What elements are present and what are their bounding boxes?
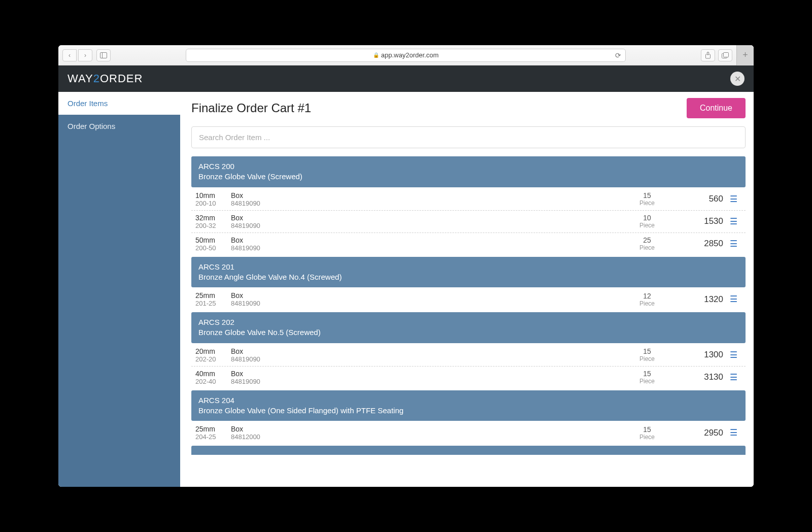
row-info: 25mm201-25Box84819090	[193, 291, 627, 307]
menu-icon: ☰	[730, 194, 737, 204]
item-size: 50mm	[195, 236, 226, 244]
table-row[interactable]: 25mm204-25Box8481200015Piece2950☰	[191, 422, 746, 444]
row-menu-button[interactable]: ☰	[723, 239, 743, 249]
close-button[interactable]: ✕	[730, 72, 745, 86]
menu-icon: ☰	[730, 294, 737, 304]
item-qty: 10Piece	[627, 214, 667, 229]
group-code: ARCS 201	[198, 262, 738, 272]
item-size: 25mm	[195, 425, 226, 433]
row-menu-button[interactable]: ☰	[723, 372, 743, 383]
sidebar-item-order-items[interactable]: Order Items	[58, 92, 180, 115]
menu-icon: ☰	[730, 373, 737, 382]
qty-unit: Piece	[627, 355, 667, 362]
item-sku: 202-20	[195, 355, 226, 363]
group-header: ARCS 201Bronze Angle Globe Valve No.4 (S…	[191, 257, 746, 288]
item-sku: 200-32	[195, 222, 226, 229]
item-hs: 84819090	[231, 200, 287, 207]
row-info: 25mm204-25Box84812000	[193, 425, 627, 441]
item-hs: 84819090	[231, 300, 287, 307]
tabs-button[interactable]	[718, 49, 732, 61]
qty-unit: Piece	[627, 300, 667, 307]
product-group: ARCS 202Bronze Globe Valve No.5 (Screwed…	[191, 312, 746, 388]
browser-window: ‹ › 🔒 app.way2order.com ⟳ + WAY2ORDER ✕	[58, 45, 754, 487]
sidebar-item-order-options[interactable]: Order Options	[58, 115, 180, 138]
forward-button[interactable]: ›	[78, 49, 92, 61]
item-hs: 84812000	[231, 433, 287, 441]
item-qty: 15Piece	[627, 347, 667, 362]
row-menu-button[interactable]: ☰	[723, 194, 743, 205]
qty-unit: Piece	[627, 222, 667, 229]
table-row[interactable]: 40mm202-40Box8481909015Piece3130☰	[191, 367, 746, 388]
row-menu-button[interactable]: ☰	[723, 427, 743, 438]
continue-button[interactable]: Continue	[687, 98, 746, 118]
group-description: Bronze Globe Valve (Screwed)	[198, 172, 738, 182]
item-price: 1530	[667, 216, 723, 226]
address-url: app.way2order.com	[381, 51, 438, 59]
menu-icon: ☰	[730, 239, 737, 249]
share-button[interactable]	[701, 49, 715, 61]
group-code: ARCS 200	[198, 161, 738, 172]
item-qty: 15Piece	[627, 370, 667, 385]
row-menu-button[interactable]: ☰	[723, 350, 743, 360]
group-header: ARCS 202Bronze Globe Valve No.5 (Screwed…	[191, 312, 746, 343]
table-row[interactable]: 25mm201-25Box8481909012Piece1320☰	[191, 288, 746, 310]
item-size: 10mm	[195, 191, 226, 200]
table-row[interactable]: 10mm200-10Box8481909015Piece560☰	[191, 188, 746, 211]
item-sku: 204-25	[195, 433, 226, 441]
item-pack: Box	[231, 347, 287, 355]
close-icon: ✕	[734, 74, 741, 84]
item-hs: 84819090	[231, 378, 287, 385]
item-pack: Box	[231, 236, 287, 244]
svg-rect-4	[724, 52, 729, 57]
row-info: 40mm202-40Box84819090	[193, 370, 627, 385]
back-button[interactable]: ‹	[62, 49, 77, 61]
item-size: 32mm	[195, 214, 226, 222]
item-pack: Box	[231, 425, 287, 433]
item-size: 20mm	[195, 347, 226, 355]
row-menu-button[interactable]: ☰	[723, 294, 743, 305]
qty-unit: Piece	[627, 244, 667, 251]
item-price: 1300	[667, 350, 723, 360]
qty-value: 12	[643, 292, 651, 300]
qty-unit: Piece	[627, 434, 667, 441]
item-sku: 200-10	[195, 200, 226, 207]
qty-unit: Piece	[627, 378, 667, 385]
qty-value: 15	[643, 370, 651, 378]
sidebar-toggle-button[interactable]	[96, 49, 111, 61]
row-menu-button[interactable]: ☰	[723, 216, 743, 227]
item-price: 2850	[667, 239, 723, 249]
item-hs: 84819090	[231, 355, 287, 363]
group-header-partial	[191, 446, 746, 455]
table-row[interactable]: 20mm202-20Box8481909015Piece1300☰	[191, 344, 746, 367]
qty-unit: Piece	[627, 200, 667, 207]
qty-value: 15	[643, 191, 651, 200]
item-qty: 12Piece	[627, 292, 667, 307]
item-qty: 15Piece	[627, 425, 667, 441]
item-size: 25mm	[195, 291, 226, 300]
table-row[interactable]: 50mm200-50Box8481909025Piece2850☰	[191, 233, 746, 255]
svg-rect-0	[100, 52, 107, 58]
address-bar[interactable]: 🔒 app.way2order.com ⟳	[186, 49, 626, 62]
group-description: Bronze Globe Valve No.5 (Screwed)	[198, 327, 738, 338]
table-row[interactable]: 32mm200-32Box8481909010Piece1530☰	[191, 211, 746, 233]
item-price: 560	[667, 194, 723, 204]
group-header: ARCS 200Bronze Globe Valve (Screwed)	[191, 156, 746, 187]
menu-icon: ☰	[730, 350, 737, 360]
qty-value: 10	[643, 214, 651, 222]
qty-value: 15	[643, 347, 651, 355]
menu-icon: ☰	[730, 217, 737, 226]
order-items-list: ARCS 200Bronze Globe Valve (Screwed)10mm…	[191, 156, 746, 487]
item-pack: Box	[231, 191, 287, 200]
brand-part1: WAY	[67, 72, 93, 85]
page-title: Finalize Order Cart #1	[191, 101, 311, 115]
lock-icon: 🔒	[373, 52, 379, 58]
item-qty: 25Piece	[627, 236, 667, 251]
reload-icon[interactable]: ⟳	[615, 51, 621, 59]
browser-toolbar: ‹ › 🔒 app.way2order.com ⟳ +	[58, 45, 754, 65]
menu-icon: ☰	[730, 428, 737, 438]
item-sku: 202-40	[195, 378, 226, 385]
group-header: ARCS 204Bronze Globe Valve (One Sided Fl…	[191, 390, 746, 421]
group-code: ARCS 202	[198, 317, 738, 327]
search-input[interactable]	[191, 126, 746, 148]
new-tab-button[interactable]: +	[736, 45, 754, 65]
